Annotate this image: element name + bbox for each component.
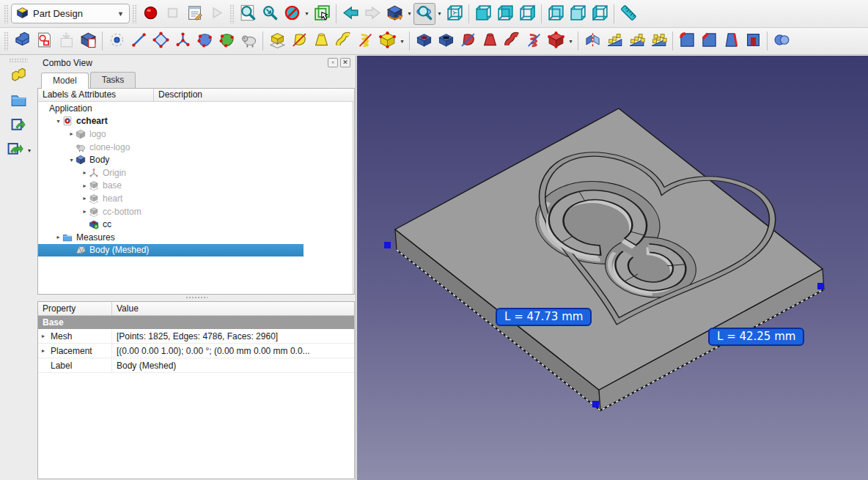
additive-primitive-dropdown[interactable]: ▾: [398, 30, 406, 52]
expander-closed-icon[interactable]: ▸: [67, 130, 76, 137]
multi-transform-button[interactable]: [647, 30, 669, 52]
view-zoom-button[interactable]: [413, 3, 435, 25]
tree-item-measures[interactable]: ▸Measures: [38, 231, 354, 244]
toolbar-drag-handle[interactable]: [9, 58, 28, 63]
property-column-value[interactable]: Value: [112, 302, 354, 315]
tree-item-body-meshed-[interactable]: Body (Meshed): [38, 244, 304, 257]
3d-viewport[interactable]: L = 47.73 mm L = 42.25 mm: [357, 56, 868, 480]
dimension-label-2[interactable]: L = 42.25 mm: [708, 328, 804, 346]
vertex-marker-right[interactable]: [817, 283, 824, 289]
map-sketch-to-face-button[interactable]: [77, 30, 99, 52]
tree-item-origin[interactable]: ▸Origin: [38, 166, 354, 180]
tree-item-ccheart[interactable]: ▾ccheart: [38, 115, 354, 128]
make-sub-link-dropdown[interactable]: ▾: [26, 140, 33, 162]
pad-button[interactable]: [266, 30, 288, 52]
create-datum-line-button[interactable]: [128, 30, 150, 52]
view-home-dropdown[interactable]: ▾: [405, 3, 413, 25]
tree-item-heart[interactable]: ▸heart: [38, 192, 354, 205]
make-sub-link-button[interactable]: [4, 139, 26, 160]
subtractive-pipe-button[interactable]: [501, 30, 523, 52]
3d-model[interactable]: [357, 56, 868, 480]
create-datum-plane-button[interactable]: [150, 30, 172, 52]
expander-closed-icon[interactable]: ▸: [81, 195, 89, 202]
toolbar-drag-handle[interactable]: [4, 32, 9, 51]
expander-closed-icon[interactable]: ▸: [54, 234, 62, 240]
view-back-button[interactable]: [339, 3, 361, 25]
panel-float-button[interactable]: ▫: [328, 58, 338, 67]
toolbar-drag-handle[interactable]: [4, 4, 9, 23]
additive-pipe-button[interactable]: [332, 30, 354, 52]
property-row-mesh[interactable]: ▸Mesh[Points: 1825, Edges: 4786, Faces: …: [38, 329, 354, 344]
tree-item-base[interactable]: ▸base: [38, 180, 354, 193]
create-body-button[interactable]: [11, 30, 33, 52]
expander-open-icon[interactable]: ▾: [54, 118, 62, 125]
pocket-button[interactable]: [413, 30, 435, 52]
additive-primitive-button[interactable]: [376, 30, 398, 52]
measure-tool-button[interactable]: [617, 3, 639, 25]
polar-pattern-button[interactable]: [625, 30, 647, 52]
subtractive-primitive-dropdown[interactable]: ▾: [567, 30, 575, 52]
tree-item-cc-bottom[interactable]: ▸cc-bottom: [38, 205, 354, 218]
tree-item-cc[interactable]: cc: [38, 218, 354, 231]
tab-tasks[interactable]: Tasks: [90, 72, 136, 88]
chamfer-button[interactable]: [698, 30, 720, 52]
tree-column-labels[interactable]: Labels & Attributes: [38, 89, 154, 101]
view-bottom-button[interactable]: [567, 3, 589, 25]
box-selection-button[interactable]: [311, 3, 333, 25]
additive-loft-button[interactable]: [310, 30, 332, 52]
tree-column-description[interactable]: Description: [154, 89, 354, 101]
property-column-name[interactable]: Property: [38, 302, 112, 315]
create-group-button[interactable]: [7, 90, 29, 112]
view-left-button[interactable]: [589, 3, 611, 25]
panel-close-button[interactable]: ✕: [340, 58, 350, 67]
view-fit-selection-button[interactable]: [259, 3, 281, 25]
view-top-button[interactable]: [494, 3, 516, 25]
property-value[interactable]: [Points: 1825, Edges: 4786, Faces: 2960]: [112, 329, 354, 343]
draw-style-dropdown[interactable]: ▾: [303, 3, 311, 25]
tree-scrollbar[interactable]: [352, 102, 354, 294]
create-shape-binder-button[interactable]: [194, 30, 216, 52]
create-clone-button[interactable]: [238, 30, 260, 52]
property-value[interactable]: [(0.00 0.00 1.00); 0.00 °; (0.00 mm 0.00…: [112, 344, 354, 358]
view-front-button[interactable]: [472, 3, 494, 25]
tree-item-logo[interactable]: ▸logo: [38, 128, 354, 141]
revolution-button[interactable]: [288, 30, 310, 52]
expander-closed-icon[interactable]: ▸: [81, 208, 89, 215]
expander-closed-icon[interactable]: ▸: [81, 169, 89, 176]
combo-view-titlebar[interactable]: Combo View ▫ ✕: [37, 56, 356, 70]
panel-splitter[interactable]: [37, 295, 356, 301]
tree-item-body[interactable]: ▾Body: [38, 153, 354, 166]
view-axonometric-button[interactable]: [444, 3, 466, 25]
draft-button[interactable]: [720, 30, 742, 52]
tree-item-application[interactable]: Application: [38, 102, 354, 115]
expander-closed-icon[interactable]: ▸: [42, 347, 48, 354]
property-row-placement[interactable]: ▸Placement[(0.00 0.00 1.00); 0.00 °; (0.…: [38, 344, 354, 358]
create-coordinate-system-button[interactable]: [172, 30, 194, 52]
dimension-label-1[interactable]: L = 47.73 mm: [496, 308, 592, 326]
property-value[interactable]: Body (Meshed): [112, 358, 354, 372]
toolbar-drag-handle[interactable]: [132, 4, 137, 23]
create-datum-point-button[interactable]: [106, 30, 128, 52]
vertex-marker-front[interactable]: [592, 401, 599, 407]
hole-button[interactable]: [435, 30, 457, 52]
fillet-button[interactable]: [676, 30, 698, 52]
view-fit-all-button[interactable]: [237, 3, 259, 25]
toolbar-drag-handle[interactable]: [229, 4, 235, 23]
create-sketch-button[interactable]: [33, 30, 55, 52]
subtractive-loft-button[interactable]: [479, 30, 501, 52]
macro-record-button[interactable]: [139, 3, 161, 25]
expander-open-icon[interactable]: ▾: [67, 157, 76, 163]
subtractive-primitive-button[interactable]: [545, 30, 567, 52]
view-rear-button[interactable]: [545, 3, 567, 25]
vertex-marker-left[interactable]: [384, 242, 391, 248]
tab-model[interactable]: Model: [41, 73, 89, 89]
create-part-button[interactable]: [7, 66, 29, 88]
expander-closed-icon[interactable]: ▸: [81, 182, 89, 189]
view-home-button[interactable]: [383, 3, 405, 25]
expander-closed-icon[interactable]: ▸: [42, 333, 48, 339]
workbench-selector[interactable]: Part Design▼: [11, 4, 130, 23]
create-sub-shape-binder-button[interactable]: [216, 30, 238, 52]
property-group-base[interactable]: Base: [38, 316, 354, 329]
make-link-button[interactable]: [7, 114, 29, 136]
view-zoom-dropdown[interactable]: ▾: [435, 3, 444, 25]
